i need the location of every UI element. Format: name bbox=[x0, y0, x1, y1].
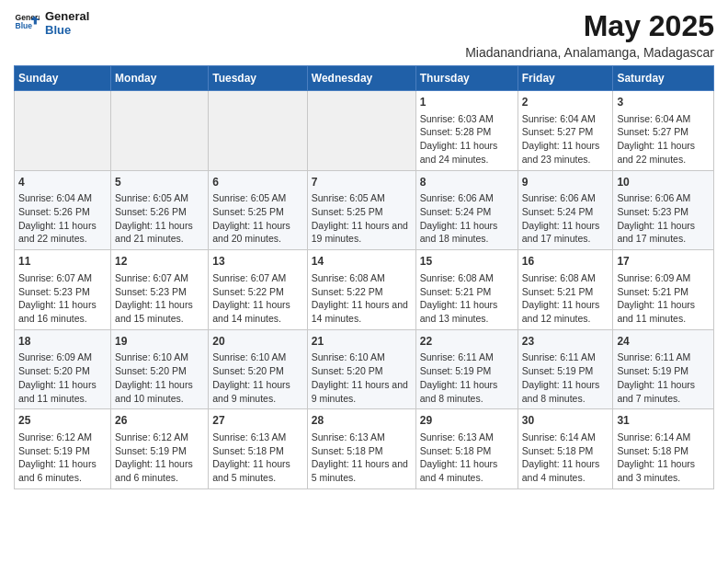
day-info: Sunset: 5:27 PM bbox=[522, 125, 609, 139]
day-cell: 28Sunrise: 6:13 AMSunset: 5:18 PMDayligh… bbox=[307, 409, 415, 489]
day-cell bbox=[15, 91, 111, 171]
day-number: 7 bbox=[312, 175, 412, 190]
day-info: Sunrise: 6:14 AM bbox=[522, 431, 609, 444]
day-info: Sunset: 5:26 PM bbox=[115, 205, 204, 219]
day-number: 4 bbox=[18, 175, 107, 190]
week-row-3: 11Sunrise: 6:07 AMSunset: 5:23 PMDayligh… bbox=[15, 250, 714, 330]
day-number: 20 bbox=[212, 334, 303, 350]
day-number: 25 bbox=[18, 413, 107, 429]
day-cell: 12Sunrise: 6:07 AMSunset: 5:23 PMDayligh… bbox=[111, 250, 209, 330]
day-info: Daylight: 11 hours and 17 minutes. bbox=[522, 219, 609, 246]
day-cell: 16Sunrise: 6:08 AMSunset: 5:21 PMDayligh… bbox=[518, 250, 613, 330]
day-info: Sunset: 5:18 PM bbox=[617, 444, 710, 458]
day-cell: 5Sunrise: 6:05 AMSunset: 5:26 PMDaylight… bbox=[111, 170, 209, 250]
logo-icon: General Blue bbox=[14, 10, 40, 36]
day-info: Sunset: 5:20 PM bbox=[115, 364, 204, 378]
day-info: Daylight: 11 hours and 18 minutes. bbox=[420, 219, 514, 246]
header: General Blue General Blue May 2025 Miada… bbox=[14, 9, 714, 60]
day-info: Sunrise: 6:13 AM bbox=[420, 431, 514, 444]
day-info: Sunset: 5:21 PM bbox=[617, 285, 710, 299]
day-info: Sunrise: 6:06 AM bbox=[420, 191, 514, 205]
logo: General Blue General Blue bbox=[14, 9, 89, 37]
day-info: Sunset: 5:24 PM bbox=[522, 205, 609, 219]
day-info: Sunrise: 6:13 AM bbox=[312, 431, 412, 444]
day-info: Sunrise: 6:10 AM bbox=[212, 350, 303, 364]
day-number: 8 bbox=[420, 175, 514, 190]
day-number: 2 bbox=[522, 95, 609, 110]
day-number: 22 bbox=[420, 334, 514, 350]
day-cell: 18Sunrise: 6:09 AMSunset: 5:20 PMDayligh… bbox=[15, 329, 111, 409]
day-info: Sunset: 5:25 PM bbox=[212, 205, 303, 219]
header-monday: Monday bbox=[111, 66, 209, 91]
day-cell: 26Sunrise: 6:12 AMSunset: 5:19 PMDayligh… bbox=[111, 409, 209, 489]
day-info: Sunset: 5:20 PM bbox=[18, 364, 107, 378]
day-cell bbox=[307, 91, 415, 171]
calendar-title: May 2025 bbox=[465, 9, 714, 43]
day-info: Daylight: 11 hours and 22 minutes. bbox=[18, 219, 107, 246]
day-info: Daylight: 11 hours and 14 minutes. bbox=[312, 298, 412, 325]
day-info: Sunrise: 6:08 AM bbox=[312, 271, 412, 285]
day-number: 9 bbox=[522, 175, 609, 190]
day-info: Sunrise: 6:10 AM bbox=[312, 350, 412, 364]
day-info: Sunrise: 6:12 AM bbox=[18, 431, 107, 444]
header-wednesday: Wednesday bbox=[307, 66, 415, 91]
day-info: Sunset: 5:23 PM bbox=[115, 285, 204, 299]
day-info: Sunset: 5:28 PM bbox=[420, 125, 514, 139]
day-info: Sunset: 5:25 PM bbox=[312, 205, 412, 219]
day-number: 28 bbox=[312, 413, 412, 429]
header-saturday: Saturday bbox=[613, 66, 714, 91]
day-info: Sunset: 5:18 PM bbox=[420, 444, 514, 458]
day-info: Sunrise: 6:11 AM bbox=[420, 350, 514, 364]
day-cell: 4Sunrise: 6:04 AMSunset: 5:26 PMDaylight… bbox=[15, 170, 111, 250]
day-info: Daylight: 11 hours and 3 minutes. bbox=[617, 457, 710, 484]
day-cell: 25Sunrise: 6:12 AMSunset: 5:19 PMDayligh… bbox=[15, 409, 111, 489]
day-cell: 9Sunrise: 6:06 AMSunset: 5:24 PMDaylight… bbox=[518, 170, 613, 250]
day-cell: 29Sunrise: 6:13 AMSunset: 5:18 PMDayligh… bbox=[415, 409, 518, 489]
day-info: Daylight: 11 hours and 10 minutes. bbox=[115, 378, 204, 405]
day-number: 11 bbox=[18, 254, 107, 270]
day-info: Sunset: 5:18 PM bbox=[522, 444, 609, 458]
calendar-subtitle: Miadanandriana, Analamanga, Madagascar bbox=[465, 45, 714, 60]
day-info: Daylight: 11 hours and 6 minutes. bbox=[115, 457, 204, 484]
day-number: 18 bbox=[18, 334, 107, 350]
day-cell: 11Sunrise: 6:07 AMSunset: 5:23 PMDayligh… bbox=[15, 250, 111, 330]
day-cell: 27Sunrise: 6:13 AMSunset: 5:18 PMDayligh… bbox=[209, 409, 308, 489]
day-cell: 22Sunrise: 6:11 AMSunset: 5:19 PMDayligh… bbox=[415, 329, 518, 409]
day-info: Sunrise: 6:09 AM bbox=[18, 350, 107, 364]
day-info: Sunset: 5:22 PM bbox=[312, 285, 412, 299]
day-info: Sunrise: 6:07 AM bbox=[212, 271, 303, 285]
day-info: Daylight: 11 hours and 19 minutes. bbox=[312, 219, 412, 246]
header-friday: Friday bbox=[518, 66, 613, 91]
day-number: 31 bbox=[617, 413, 710, 429]
day-info: Sunrise: 6:12 AM bbox=[115, 431, 204, 444]
day-number: 12 bbox=[115, 254, 204, 270]
day-info: Sunrise: 6:05 AM bbox=[115, 191, 204, 205]
day-number: 19 bbox=[115, 334, 204, 350]
day-info: Sunset: 5:27 PM bbox=[617, 125, 710, 139]
day-info: Daylight: 11 hours and 5 minutes. bbox=[312, 457, 412, 484]
day-info: Sunrise: 6:04 AM bbox=[522, 112, 609, 126]
day-info: Sunrise: 6:03 AM bbox=[420, 112, 514, 126]
day-info: Sunrise: 6:05 AM bbox=[312, 191, 412, 205]
day-info: Daylight: 11 hours and 16 minutes. bbox=[18, 298, 107, 325]
day-info: Sunrise: 6:08 AM bbox=[522, 271, 609, 285]
day-cell bbox=[111, 91, 209, 171]
day-info: Sunrise: 6:07 AM bbox=[18, 271, 107, 285]
header-row: SundayMondayTuesdayWednesdayThursdayFrid… bbox=[15, 66, 714, 91]
day-info: Daylight: 11 hours and 12 minutes. bbox=[522, 298, 609, 325]
day-number: 10 bbox=[617, 175, 710, 190]
day-info: Sunrise: 6:13 AM bbox=[212, 431, 303, 444]
day-info: Daylight: 11 hours and 23 minutes. bbox=[522, 139, 609, 166]
day-cell: 8Sunrise: 6:06 AMSunset: 5:24 PMDaylight… bbox=[415, 170, 518, 250]
day-cell: 7Sunrise: 6:05 AMSunset: 5:25 PMDaylight… bbox=[307, 170, 415, 250]
week-row-1: 1Sunrise: 6:03 AMSunset: 5:28 PMDaylight… bbox=[15, 91, 714, 171]
svg-text:Blue: Blue bbox=[16, 21, 33, 30]
day-cell: 3Sunrise: 6:04 AMSunset: 5:27 PMDaylight… bbox=[613, 91, 714, 171]
day-number: 29 bbox=[420, 413, 514, 429]
calendar-table: SundayMondayTuesdayWednesdayThursdayFrid… bbox=[14, 65, 714, 489]
day-info: Sunrise: 6:07 AM bbox=[115, 271, 204, 285]
day-info: Daylight: 11 hours and 21 minutes. bbox=[115, 219, 204, 246]
day-cell: 10Sunrise: 6:06 AMSunset: 5:23 PMDayligh… bbox=[613, 170, 714, 250]
day-info: Sunset: 5:20 PM bbox=[312, 364, 412, 378]
day-number: 17 bbox=[617, 254, 710, 270]
